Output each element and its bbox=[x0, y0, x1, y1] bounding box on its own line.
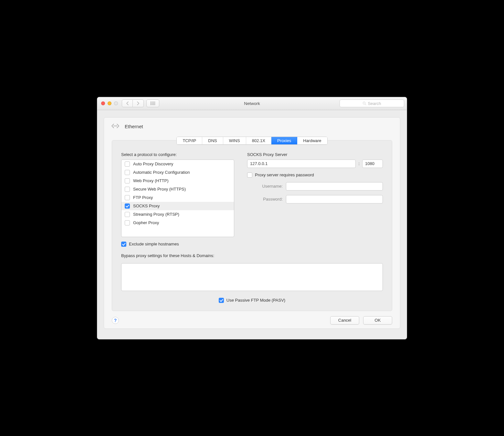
search-placeholder: Search bbox=[368, 101, 381, 106]
svg-point-3 bbox=[154, 102, 155, 102]
protocol-label: Streaming Proxy (RTSP) bbox=[133, 212, 179, 217]
ethernet-icon bbox=[110, 121, 121, 131]
help-button[interactable]: ? bbox=[112, 317, 119, 324]
tab-wins[interactable]: WINS bbox=[223, 137, 246, 144]
window-close-button[interactable] bbox=[101, 101, 105, 105]
protocol-row-ftp[interactable]: FTP Proxy bbox=[121, 193, 234, 202]
checkbox[interactable] bbox=[125, 220, 130, 225]
svg-point-10 bbox=[153, 104, 154, 105]
search-icon bbox=[362, 101, 366, 105]
requires-password-checkbox[interactable] bbox=[247, 172, 252, 178]
back-button[interactable] bbox=[122, 99, 133, 107]
help-icon: ? bbox=[114, 318, 117, 323]
tabs: TCP/IP DNS WINS 802.1X Proxies Hardware bbox=[176, 137, 327, 145]
svg-point-5 bbox=[152, 103, 152, 104]
checkbox[interactable] bbox=[125, 212, 130, 217]
protocol-row-http[interactable]: Web Proxy (HTTP) bbox=[121, 177, 234, 185]
protocol-row-rtsp[interactable]: Streaming Proxy (RTSP) bbox=[121, 210, 234, 219]
checkbox[interactable] bbox=[125, 195, 130, 200]
svg-point-16 bbox=[116, 125, 117, 126]
pasv-checkbox[interactable] bbox=[219, 298, 224, 303]
password-label: Password: bbox=[247, 197, 283, 202]
protocol-select-label: Select a protocol to configure: bbox=[121, 152, 234, 157]
protocol-label: Web Proxy (HTTP) bbox=[133, 178, 169, 183]
proxy-host-input[interactable] bbox=[247, 160, 356, 168]
svg-point-15 bbox=[115, 125, 116, 126]
exclude-simple-label: Exclude simple hostnames bbox=[129, 242, 179, 246]
interface-name: Ethernet bbox=[125, 124, 143, 129]
checkbox[interactable] bbox=[125, 170, 130, 175]
search-field[interactable]: Search bbox=[340, 99, 404, 107]
requires-password-row[interactable]: Proxy server requires password bbox=[247, 172, 383, 178]
bypass-label: Bypass proxy settings for these Hosts & … bbox=[121, 253, 383, 258]
pasv-label: Use Passive FTP Mode (PASV) bbox=[226, 298, 285, 303]
tab-8021x[interactable]: 802.1X bbox=[246, 137, 271, 144]
protocol-label: Auto Proxy Discovery bbox=[133, 161, 173, 166]
requires-password-label: Proxy server requires password bbox=[255, 172, 314, 177]
proxies-panel: Select a protocol to configure: Auto Pro… bbox=[112, 140, 392, 311]
nav-buttons bbox=[122, 99, 144, 107]
preferences-window: Network Search Ethernet TCP/IP bbox=[97, 97, 407, 339]
protocol-row-gopher[interactable]: Gopher Proxy bbox=[121, 219, 234, 227]
password-input[interactable] bbox=[286, 195, 383, 203]
username-label: Username: bbox=[247, 184, 283, 189]
svg-point-11 bbox=[154, 104, 155, 105]
svg-point-2 bbox=[153, 102, 154, 102]
cancel-button[interactable]: Cancel bbox=[330, 316, 359, 325]
tab-tcpip[interactable]: TCP/IP bbox=[177, 137, 202, 144]
window-zoom-button bbox=[114, 101, 118, 105]
show-all-button[interactable] bbox=[146, 99, 159, 107]
traffic-lights bbox=[101, 101, 118, 105]
protocol-row-auto-config[interactable]: Automatic Proxy Configuration bbox=[121, 168, 234, 177]
tab-dns[interactable]: DNS bbox=[202, 137, 223, 144]
protocol-label: FTP Proxy bbox=[133, 195, 153, 200]
protocol-label: Gopher Proxy bbox=[133, 220, 159, 225]
proxy-server-label: SOCKS Proxy Server bbox=[247, 152, 383, 157]
svg-point-0 bbox=[151, 102, 151, 102]
protocol-row-https[interactable]: Secure Web Proxy (HTTPS) bbox=[121, 185, 234, 193]
checkbox-checked[interactable] bbox=[125, 203, 130, 209]
chevron-left-icon bbox=[126, 101, 129, 105]
bypass-textarea[interactable] bbox=[121, 263, 383, 291]
host-port-separator: : bbox=[358, 161, 360, 166]
checkbox[interactable] bbox=[125, 161, 130, 167]
window-minimize-button[interactable] bbox=[108, 101, 111, 105]
svg-point-7 bbox=[154, 103, 155, 104]
checkbox[interactable] bbox=[125, 178, 130, 183]
titlebar: Network Search bbox=[97, 97, 407, 110]
svg-point-9 bbox=[152, 104, 152, 105]
protocol-label: Secure Web Proxy (HTTPS) bbox=[133, 187, 186, 192]
proxy-port-input[interactable] bbox=[362, 160, 383, 168]
exclude-simple-row[interactable]: Exclude simple hostnames bbox=[121, 242, 234, 247]
username-input[interactable] bbox=[286, 182, 383, 191]
advanced-sheet: Ethernet TCP/IP DNS WINS 802.1X Proxies … bbox=[104, 117, 400, 329]
svg-point-8 bbox=[151, 104, 151, 105]
grid-icon bbox=[150, 101, 155, 105]
protocol-row-auto-discovery[interactable]: Auto Proxy Discovery bbox=[121, 160, 234, 168]
svg-point-12 bbox=[363, 102, 365, 104]
chevron-right-icon bbox=[137, 101, 140, 105]
svg-line-13 bbox=[365, 104, 366, 105]
checkbox[interactable] bbox=[125, 187, 130, 192]
protocol-label: SOCKS Proxy bbox=[133, 203, 160, 208]
svg-point-14 bbox=[114, 125, 115, 126]
pasv-row[interactable]: Use Passive FTP Mode (PASV) bbox=[121, 298, 383, 303]
protocol-label: Automatic Proxy Configuration bbox=[133, 170, 190, 175]
svg-point-6 bbox=[153, 103, 154, 104]
exclude-simple-checkbox[interactable] bbox=[121, 242, 126, 247]
ok-button[interactable]: OK bbox=[363, 316, 392, 325]
protocol-row-socks[interactable]: SOCKS Proxy bbox=[121, 202, 234, 210]
forward-button[interactable] bbox=[133, 99, 144, 107]
protocol-list[interactable]: Auto Proxy Discovery Automatic Proxy Con… bbox=[121, 160, 234, 237]
tab-proxies[interactable]: Proxies bbox=[271, 137, 297, 144]
svg-point-1 bbox=[152, 102, 152, 102]
tab-hardware[interactable]: Hardware bbox=[297, 137, 327, 144]
svg-point-4 bbox=[151, 103, 151, 104]
